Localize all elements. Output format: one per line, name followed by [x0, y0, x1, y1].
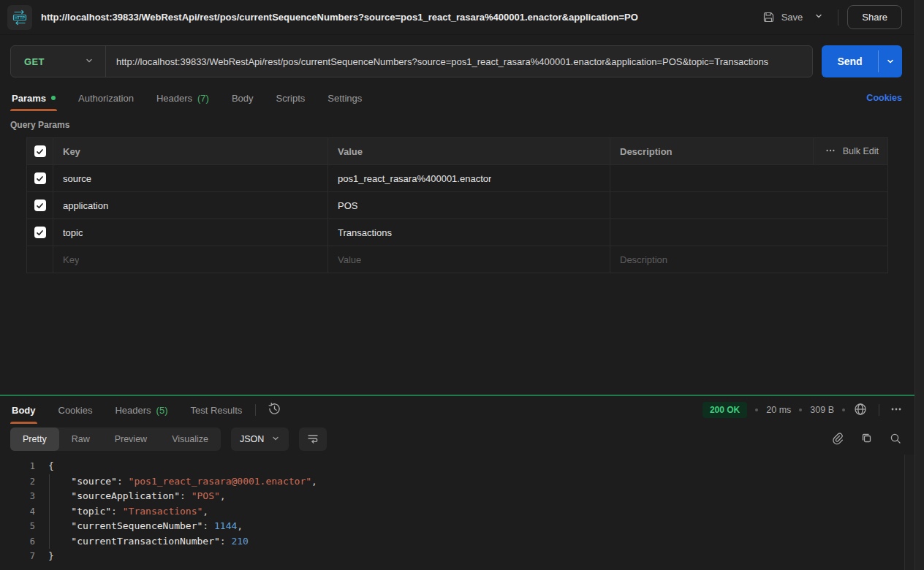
- param-checkbox[interactable]: [34, 172, 46, 184]
- query-params-label: Query Params: [10, 120, 914, 130]
- save-icon: [762, 11, 775, 23]
- response-tab-test-results[interactable]: Test Results: [189, 396, 244, 424]
- tab-label: Headers: [156, 93, 192, 104]
- request-tab-body[interactable]: Body: [230, 85, 255, 111]
- tab-label: Headers: [115, 405, 151, 416]
- http-request-icon: HTTP: [7, 5, 32, 30]
- search-button[interactable]: [889, 432, 902, 447]
- param-key-placeholder: Key: [63, 254, 79, 265]
- rest-client-window: HTTP http://localhost:39833/WebRestApi/r…: [0, 0, 924, 570]
- request-title-bar: HTTP http://localhost:39833/WebRestApi/r…: [0, 0, 914, 35]
- param-row: sourcepos1_react_rasara%400001.enactor: [27, 164, 887, 191]
- tab-label: Settings: [327, 93, 362, 104]
- code-line: 2 "source": "pos1_react_rasara@0001.enac…: [0, 474, 914, 490]
- request-tab-authorization[interactable]: Authorization: [77, 85, 135, 111]
- link-button[interactable]: [831, 432, 844, 447]
- history-button[interactable]: [268, 396, 281, 424]
- param-key: source: [63, 173, 91, 184]
- params-rows: sourcepos1_react_rasara%400001.enactorap…: [27, 164, 887, 273]
- share-button[interactable]: Share: [847, 5, 902, 29]
- format-select[interactable]: JSON: [231, 428, 289, 451]
- request-title: http://localhost:39833/WebRestApi/rest/p…: [41, 12, 748, 23]
- request-tab-params[interactable]: Params: [10, 85, 57, 111]
- column-header-value: Value: [328, 138, 610, 164]
- tab-label: Body: [232, 93, 254, 104]
- indent-guide: [49, 474, 50, 549]
- view-tab-preview[interactable]: Preview: [102, 428, 159, 451]
- column-header-description: Description: [620, 146, 673, 157]
- param-value-placeholder: Value: [338, 254, 361, 265]
- view-tab-raw[interactable]: Raw: [59, 428, 102, 451]
- copy-button[interactable]: [860, 432, 873, 446]
- save-button[interactable]: Save: [758, 7, 808, 28]
- params-header-row: Key Value Description Bulk Edit: [27, 138, 887, 164]
- more-horizontal-icon: [825, 145, 836, 158]
- save-options-button[interactable]: [808, 7, 829, 27]
- wrap-text-icon: [306, 432, 319, 447]
- paperclip-icon: [831, 432, 844, 447]
- code-line: 7}: [0, 549, 914, 564]
- network-info-button[interactable]: [853, 402, 868, 419]
- empty-area: [0, 273, 914, 395]
- line-number: 3: [0, 489, 38, 504]
- wrap-text-button[interactable]: [299, 428, 327, 451]
- format-label: JSON: [240, 434, 264, 444]
- response-actions: [831, 432, 902, 447]
- request-tab-scripts[interactable]: Scripts: [275, 85, 307, 111]
- copy-icon: [860, 432, 873, 446]
- response-header: BodyCookiesHeaders(5)Test Results 200 OK…: [0, 396, 914, 424]
- cookies-link[interactable]: Cookies: [866, 93, 902, 103]
- param-value: Transactions: [338, 227, 392, 238]
- divider: [879, 404, 879, 416]
- response-tab-body[interactable]: Body: [10, 396, 37, 424]
- tab-label: Pretty: [23, 434, 47, 444]
- view-tab-visualize[interactable]: Visualize: [159, 428, 221, 451]
- chevron-down-icon: [85, 56, 94, 67]
- line-number: 1: [0, 459, 38, 474]
- dot-separator: [755, 408, 758, 411]
- response-tabs: BodyCookiesHeaders(5)Test Results: [10, 396, 243, 424]
- method-select[interactable]: GET: [11, 46, 106, 77]
- status-badge: 200 OK: [703, 402, 747, 418]
- code-line: 4 "topic": "Transactions",: [0, 504, 914, 520]
- tab-label: Scripts: [276, 93, 306, 104]
- request-tabs-row: ParamsAuthorizationHeaders(7)BodyScripts…: [10, 85, 902, 111]
- code-line: 3 "sourceApplication": "POS",: [0, 489, 914, 504]
- send-options-chevron[interactable]: [879, 45, 902, 77]
- bulk-edit-button[interactable]: Bulk Edit: [813, 138, 887, 164]
- param-row: applicationPOS: [27, 191, 887, 218]
- dot-separator: [842, 408, 845, 411]
- select-all-checkbox[interactable]: [34, 145, 46, 157]
- response-scrollbar[interactable]: [904, 455, 914, 570]
- response-view-switch: PrettyRawPreviewVisualize: [10, 428, 221, 451]
- response-pane: BodyCookiesHeaders(5)Test Results 200 OK…: [0, 395, 914, 570]
- param-checkbox[interactable]: [34, 227, 46, 238]
- response-options-button[interactable]: [890, 403, 902, 417]
- tab-label: Visualize: [172, 434, 208, 444]
- tab-count: (5): [156, 405, 168, 416]
- title-bar-actions: Save Share: [758, 5, 902, 29]
- globe-icon: [853, 402, 868, 419]
- tab-label: Body: [12, 405, 36, 416]
- more-horizontal-icon: [890, 403, 902, 417]
- response-tab-cookies[interactable]: Cookies: [57, 396, 94, 424]
- view-tab-pretty[interactable]: Pretty: [10, 428, 59, 451]
- right-sidebar-rail: [914, 0, 924, 570]
- request-tab-settings[interactable]: Settings: [326, 85, 363, 111]
- line-number: 5: [0, 519, 38, 534]
- main-pane: HTTP http://localhost:39833/WebRestApi/r…: [0, 0, 914, 570]
- response-tab-headers[interactable]: Headers(5): [113, 396, 169, 424]
- param-checkbox[interactable]: [34, 200, 46, 211]
- url-value: http://localhost:39833/WebRestApi/rest/p…: [116, 56, 768, 67]
- line-number: 4: [0, 504, 38, 520]
- request-tab-headers[interactable]: Headers(7): [155, 85, 211, 111]
- url-input[interactable]: http://localhost:39833/WebRestApi/rest/p…: [106, 46, 812, 77]
- json-code: 1{2 "source": "pos1_react_rasara@0001.en…: [0, 459, 914, 564]
- save-label: Save: [781, 12, 803, 23]
- send-button[interactable]: Send: [822, 45, 902, 77]
- param-description-placeholder: Description: [620, 254, 667, 265]
- column-header-key: Key: [53, 138, 328, 164]
- divider: [838, 10, 838, 26]
- request-url-row: GET http://localhost:39833/WebRestApi/re…: [10, 45, 902, 77]
- param-value: pos1_react_rasara%400001.enactor: [338, 173, 491, 184]
